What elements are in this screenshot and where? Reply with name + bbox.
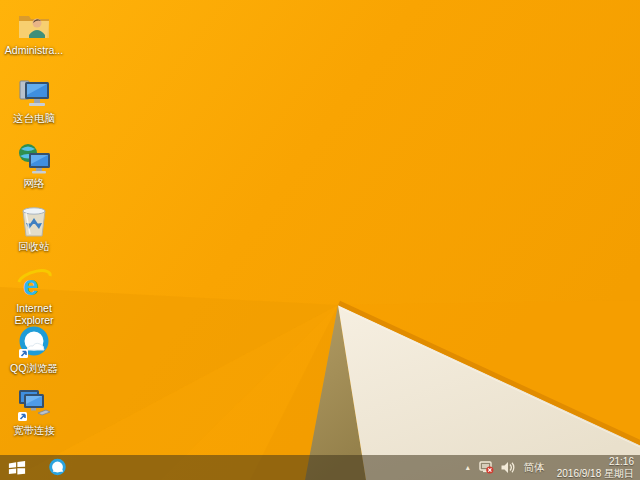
- desktop-icon-label: QQ浏览器: [10, 362, 58, 374]
- desktop[interactable]: Administra... 这台电脑: [0, 0, 640, 480]
- show-hidden-icons-button[interactable]: ▴: [464, 462, 472, 474]
- user-folder-icon: [16, 8, 52, 42]
- taskbar: ▴ 简体 21:16 2016: [0, 455, 640, 480]
- wallpaper: [0, 0, 640, 480]
- broadband-connection-icon: [16, 388, 52, 422]
- desktop-icon-internet-explorer[interactable]: e Internet Explorer: [4, 266, 64, 326]
- desktop-icon-label: 宽带连接: [13, 424, 55, 436]
- desktop-icon-label: Internet Explorer: [4, 302, 64, 326]
- desktop-icon-network[interactable]: 网络: [4, 141, 64, 189]
- computer-icon: [16, 76, 52, 110]
- qq-browser-taskbar-icon: [48, 458, 67, 477]
- desktop-icon-label: Administra...: [5, 44, 63, 56]
- recycle-bin-icon: [16, 204, 52, 238]
- qq-browser-icon: [16, 326, 52, 360]
- desktop-icon-recycle-bin[interactable]: 回收站: [4, 204, 64, 252]
- windows-logo-icon: [8, 460, 26, 475]
- desktop-icon-label: 这台电脑: [13, 112, 55, 124]
- network-globe-icon: [16, 141, 52, 175]
- taskbar-qq-browser-button[interactable]: [42, 455, 72, 480]
- desktop-icon-this-pc[interactable]: 这台电脑: [4, 76, 64, 124]
- system-tray: ▴ 简体 21:16 2016: [464, 455, 640, 480]
- start-button[interactable]: [0, 455, 34, 480]
- input-method-indicator[interactable]: 简体: [522, 461, 547, 475]
- taskbar-clock[interactable]: 21:16 2016/9/18 星期日: [554, 456, 634, 479]
- network-status-icon[interactable]: [479, 461, 494, 474]
- desktop-icon-broadband[interactable]: 宽带连接: [4, 388, 64, 436]
- desktop-icon-label: 网络: [24, 177, 45, 189]
- desktop-icon-label: 回收站: [18, 240, 50, 252]
- clock-date: 2016/9/18 星期日: [557, 468, 634, 480]
- internet-explorer-icon: e: [16, 266, 52, 300]
- desktop-icon-qq-browser[interactable]: QQ浏览器: [4, 326, 64, 374]
- clock-time: 21:16: [609, 456, 634, 468]
- desktop-icon-administrator[interactable]: Administra...: [4, 8, 64, 56]
- volume-icon[interactable]: [501, 461, 515, 474]
